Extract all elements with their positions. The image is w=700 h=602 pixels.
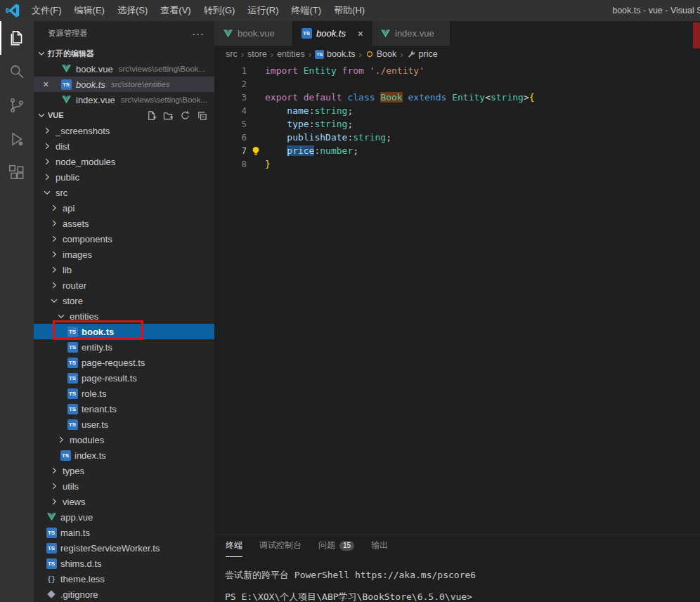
menu-item-5[interactable]: 运行(R): [241, 0, 285, 21]
tree-item-utils[interactable]: utils: [34, 478, 214, 494]
tree-item-main.ts[interactable]: TSmain.ts: [34, 525, 214, 540]
tree-item-registerServiceWorker.ts[interactable]: TSregisterServiceWorker.ts: [34, 540, 214, 556]
sidebar-header: 资源管理器 ···: [34, 21, 214, 46]
menu-item-7[interactable]: 帮助(H): [328, 0, 371, 21]
tree-item-dist[interactable]: dist: [34, 138, 214, 154]
tree-item-label: images: [63, 249, 92, 260]
panel-tab-2[interactable]: 问题15: [318, 535, 354, 557]
panel-tab-1[interactable]: 调试控制台: [259, 535, 302, 557]
tree-item-assets[interactable]: assets: [34, 216, 214, 231]
tree-item-page-result.ts[interactable]: TSpage-result.ts: [34, 370, 214, 386]
ts-icon: TS: [67, 419, 78, 430]
more-actions-icon[interactable]: ···: [192, 30, 205, 37]
tab-book.vue[interactable]: book.vue: [214, 21, 293, 46]
new-folder-icon[interactable]: [163, 110, 174, 121]
explorer-icon[interactable]: [0, 21, 34, 55]
tab-label: book.vue: [238, 28, 275, 39]
menu-item-2[interactable]: 选择(S): [111, 0, 154, 21]
panel-tab-3[interactable]: 输出: [371, 535, 388, 557]
tab-book.ts[interactable]: TSbook.ts×: [293, 21, 372, 46]
open-editor-item[interactable]: book.vuesrc\views\setting\Book...: [34, 61, 214, 77]
source-control-icon[interactable]: [0, 89, 34, 122]
breadcrumb-label: store: [247, 49, 267, 59]
tree-item-images[interactable]: images: [34, 247, 214, 262]
tree-item-.gitignore[interactable]: .gitignore: [34, 587, 214, 602]
tab-index.vue[interactable]: index.vue: [372, 21, 451, 46]
tree-item-label: node_modules: [56, 157, 115, 167]
breadcrumb-item-1[interactable]: store: [247, 49, 267, 59]
tree-item-api[interactable]: api: [34, 200, 214, 216]
terminal-output[interactable]: 尝试新的跨平台 PowerShell https://aka.ms/pscore…: [214, 557, 700, 602]
code-line-3[interactable]: 3export default class Book extends Entit…: [214, 91, 700, 104]
gutter-margin: [247, 91, 265, 104]
tree-item-user.ts[interactable]: TSuser.ts: [34, 417, 214, 432]
ts-icon: TS: [46, 528, 57, 538]
tree-item-theme.less[interactable]: {}theme.less: [34, 571, 214, 587]
tree-item-_screenshots[interactable]: _screenshots: [34, 123, 214, 138]
tree-item-index.ts[interactable]: TSindex.ts: [34, 447, 214, 463]
tree-item-label: page-result.ts: [82, 373, 137, 384]
breadcrumb-item-3[interactable]: TSbook.ts: [315, 49, 355, 59]
line-number: 4: [214, 104, 247, 117]
tree-item-modules[interactable]: modules: [34, 432, 214, 447]
code-editor[interactable]: 1import Entity from './entity'23export d…: [214, 63, 700, 534]
tree-item-shims.d.ts[interactable]: TSshims.d.ts: [34, 556, 214, 571]
breadcrumb-item-0[interactable]: src: [226, 49, 238, 59]
menu-item-3[interactable]: 查看(V): [154, 0, 197, 21]
menu-item-6[interactable]: 终端(T): [285, 0, 328, 21]
tree-item-book.ts[interactable]: TSbook.ts: [34, 324, 214, 339]
menu-item-0[interactable]: 文件(F): [25, 0, 68, 21]
extensions-icon[interactable]: [0, 156, 34, 190]
search-icon[interactable]: [0, 55, 34, 89]
close-icon[interactable]: ×: [43, 77, 48, 92]
tree-item-router[interactable]: router: [34, 277, 214, 293]
open-editor-item[interactable]: index.vuesrc\views\setting\Book...: [34, 92, 214, 107]
tree-item-types[interactable]: types: [34, 463, 214, 478]
code-line-2[interactable]: 2: [214, 77, 700, 91]
open-editor-item[interactable]: ×TSbook.tssrc\store\entities: [34, 77, 214, 92]
tree-item-src[interactable]: src: [34, 185, 214, 200]
refresh-icon[interactable]: [180, 110, 190, 121]
code-line-5[interactable]: 5 type:string;: [214, 117, 700, 131]
tree-item-entity.ts[interactable]: TSentity.ts: [34, 339, 214, 355]
vue-section-header[interactable]: VUE: [34, 107, 214, 123]
tree-item-role.ts[interactable]: TSrole.ts: [34, 386, 214, 401]
sidebar-title: 资源管理器: [48, 28, 192, 39]
new-file-icon[interactable]: [146, 110, 157, 121]
tree-item-page-request.ts[interactable]: TSpage-request.ts: [34, 355, 214, 370]
code-line-4[interactable]: 4 name:string;: [214, 104, 700, 117]
code-line-7[interactable]: 7 price:number;: [214, 144, 700, 157]
tree-item-node_modules[interactable]: node_modules: [34, 154, 214, 169]
ts-icon: TS: [46, 558, 57, 569]
editor-region: book.vueTSbook.ts×index.vue src›store›en…: [214, 21, 700, 602]
tree-item-components[interactable]: components: [34, 231, 214, 247]
gutter-margin: [247, 157, 265, 171]
open-editors-label: 打开的编辑器: [48, 48, 94, 59]
collapse-all-icon[interactable]: [197, 110, 207, 121]
line-number: 6: [214, 131, 247, 144]
breadcrumb-item-4[interactable]: Book: [365, 49, 397, 59]
tree-item-label: entity.ts: [82, 342, 112, 353]
run-debug-icon[interactable]: [0, 122, 34, 156]
code-line-1[interactable]: 1import Entity from './entity': [214, 64, 700, 77]
chevron-right-icon: [49, 280, 59, 290]
tree-item-lib[interactable]: lib: [34, 262, 214, 277]
code-line-6[interactable]: 6 publishDate:string;: [214, 131, 700, 144]
close-icon[interactable]: ×: [352, 28, 363, 39]
braces-icon: {}: [46, 575, 57, 583]
code-text: price:number;: [265, 144, 358, 157]
tree-item-public[interactable]: public: [34, 169, 214, 185]
breadcrumb-item-2[interactable]: entities: [277, 49, 305, 59]
menu-item-1[interactable]: 编辑(E): [68, 0, 111, 21]
tree-item-tenant.ts[interactable]: TStenant.ts: [34, 401, 214, 417]
menu-item-4[interactable]: 转到(G): [197, 0, 242, 21]
tree-item-entities[interactable]: entities: [34, 308, 214, 324]
code-line-8[interactable]: 8}: [214, 157, 700, 171]
tree-item-views[interactable]: views: [34, 494, 214, 509]
tree-item-app.vue[interactable]: app.vue: [34, 509, 214, 525]
breadcrumb-item-5[interactable]: price: [407, 49, 438, 59]
lightbulb-icon[interactable]: [247, 144, 265, 157]
tree-item-store[interactable]: store: [34, 293, 214, 308]
open-editors-header[interactable]: 打开的编辑器: [34, 46, 214, 61]
panel-tab-0[interactable]: 终端: [226, 535, 242, 557]
